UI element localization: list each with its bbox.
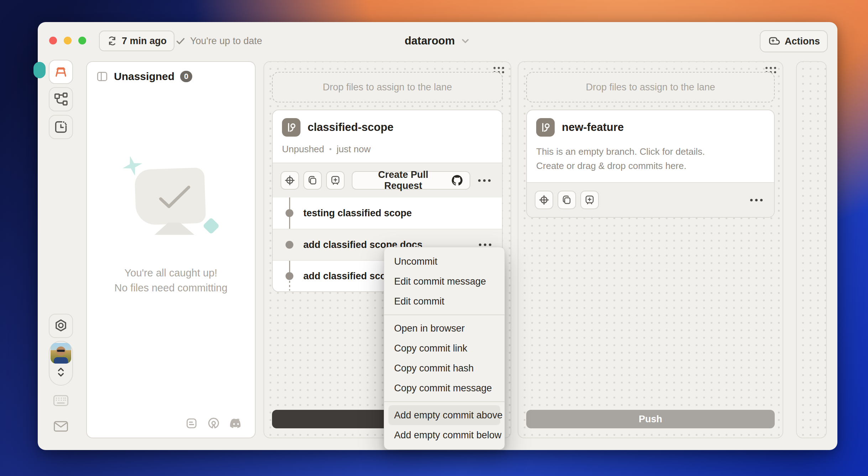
sidebar-item-history[interactable] [49, 115, 73, 139]
menu-item-add-empty-commit-below[interactable]: Add empty commit below [388, 425, 500, 445]
branch-status: Unpushed [282, 144, 324, 155]
duplicate-button[interactable] [303, 171, 322, 190]
menu-item-edit-commit-message[interactable]: Edit commit message [388, 271, 500, 291]
gear-icon [53, 318, 68, 333]
drop-zone-hint: Drop files to assign to the lane [323, 82, 452, 93]
menu-divider [384, 314, 504, 315]
actions-button[interactable]: Actions [760, 30, 828, 52]
commit-dot [286, 272, 293, 280]
branch-name: new-feature [562, 121, 624, 134]
unassigned-icon [96, 70, 108, 83]
project-name: dataroom [404, 35, 455, 47]
commit-context-menu: Uncommit Edit commit message Edit commit… [384, 247, 505, 450]
feedback-button[interactable] [49, 419, 73, 433]
branch-name: classified-scope [308, 121, 393, 134]
chevron-down-icon [460, 36, 471, 46]
commit-message: testing classified scope [303, 208, 412, 219]
assign-target-button[interactable] [281, 171, 299, 190]
avatar [51, 343, 71, 364]
drop-zone-hint: Drop files to assign to the lane [586, 82, 715, 93]
copy-icon [307, 175, 318, 186]
empty-branch-line2: Create or drag & drop commits here. [536, 159, 765, 173]
plus-bubble-icon [584, 194, 595, 206]
lane-empty [796, 61, 827, 438]
new-commit-button[interactable] [326, 171, 345, 190]
lane-new-feature: Drop files to assign to the lane new-fea… [518, 61, 783, 438]
mail-icon [53, 419, 69, 433]
keyboard-icon [53, 394, 69, 407]
branch-badge-icon [536, 118, 555, 137]
branch-badge-icon [282, 118, 300, 137]
changelog-icon[interactable] [185, 417, 198, 430]
menu-divider [384, 401, 504, 402]
caught-up-illustration [128, 162, 214, 243]
drop-zone: Drop files to assign to the lane [526, 72, 775, 102]
commit-row[interactable]: testing classified scope [273, 197, 502, 229]
notification-tab[interactable] [33, 62, 46, 78]
branch-card-header[interactable]: classified-scope Unpushed • just now [273, 110, 502, 155]
history-icon [53, 120, 68, 134]
branch-subtitle: Unpushed • just now [282, 144, 493, 155]
branch-action-bar [527, 182, 774, 217]
unassigned-title: Unassigned [114, 70, 174, 83]
unassigned-panel: Unassigned 0 You're all caught up! No fi… [86, 61, 256, 438]
branch-card-header[interactable]: new-feature This is an empty branch. Cli… [527, 110, 774, 173]
commit-message: add classified scope [303, 271, 397, 282]
monitor-stand-shape [155, 223, 194, 235]
github-icon [452, 175, 462, 186]
discord-icon[interactable] [229, 418, 243, 429]
commit-dot [286, 241, 293, 249]
sidebar-item-workspace[interactable] [49, 60, 73, 84]
actions-sparkle-icon [768, 35, 780, 48]
project-selector[interactable]: dataroom [38, 31, 837, 51]
menu-item-edit-commit[interactable]: Edit commit [388, 291, 500, 311]
duplicate-button[interactable] [558, 191, 576, 209]
settings-button[interactable] [49, 314, 73, 338]
copy-icon [561, 194, 572, 206]
branches-icon [53, 92, 68, 107]
dot-separator: • [329, 145, 332, 153]
menu-item-uncommit[interactable]: Uncommit [388, 252, 500, 271]
avatar-shirt [54, 357, 68, 364]
create-pull-request-label: Create Pull Request [360, 169, 447, 191]
drop-zone: Drop files to assign to the lane [272, 72, 503, 102]
target-plus-icon [284, 174, 296, 186]
push-button[interactable]: Push [526, 410, 775, 428]
empty-state-text: You're all caught up! No files need comm… [87, 265, 255, 295]
branch-time: just now [337, 144, 371, 155]
branch-menu-kebab-icon[interactable] [747, 195, 766, 205]
sidebar-item-branches[interactable] [49, 87, 73, 111]
gitbutler-window: 7 min ago You're up to date dataroom Act… [38, 22, 837, 450]
empty-branch-line1: This is an empty branch. Click for detai… [536, 144, 765, 159]
commit-dot [286, 209, 293, 217]
plus-bubble-icon [330, 175, 341, 186]
menu-item-copy-commit-message[interactable]: Copy commit message [388, 378, 500, 398]
panel-footer [185, 417, 243, 430]
target-plus-icon [538, 194, 550, 206]
opensource-icon[interactable] [207, 417, 220, 430]
branch-action-bar: Create Pull Request [273, 163, 502, 197]
keyboard-shortcuts-button[interactable] [49, 394, 73, 407]
unassigned-count-badge: 0 [180, 71, 192, 82]
unassigned-header: Unassigned 0 [96, 70, 192, 83]
empty-state-subtitle: No files need committing [87, 280, 255, 295]
menu-item-copy-commit-hash[interactable]: Copy commit hash [388, 358, 500, 378]
actions-button-label: Actions [785, 36, 820, 47]
menu-item-add-empty-commit-above[interactable]: Add empty commit above [388, 405, 500, 425]
assign-target-button[interactable] [535, 191, 553, 209]
menu-item-copy-commit-link[interactable]: Copy commit link [388, 338, 500, 358]
empty-branch-description: This is an empty branch. Click for detai… [536, 144, 765, 173]
branch-card-new-feature: new-feature This is an empty branch. Cli… [526, 110, 775, 218]
create-pull-request-button[interactable]: Create Pull Request [352, 171, 470, 190]
menu-item-open-in-browser[interactable]: Open in browser [388, 318, 500, 338]
workspace-icon [53, 64, 68, 79]
push-button-label: Push [639, 414, 662, 425]
empty-state-title: You're all caught up! [87, 265, 255, 280]
branch-menu-kebab-icon[interactable] [475, 176, 494, 185]
chevron-up-down-icon [55, 365, 67, 379]
diamond-shape [203, 217, 220, 234]
monitor-shape [134, 168, 206, 226]
new-commit-button[interactable] [580, 191, 599, 209]
profile-switcher[interactable] [49, 341, 73, 386]
desktop-wallpaper: 7 min ago You're up to date dataroom Act… [0, 0, 868, 476]
